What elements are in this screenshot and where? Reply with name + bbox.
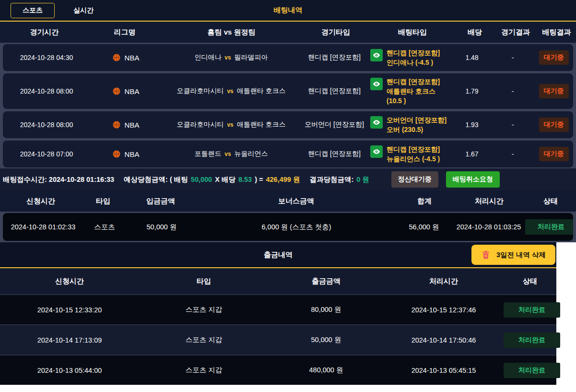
deposit-table-body: 2024-10-28 01:02:33 스포츠 50,000 원 6,000 원… — [0, 212, 576, 242]
bonus-amount: 6,000 원 (스포츠 첫충) — [198, 223, 395, 232]
receipt-time-label: 배팅접수시간: 2024-10-28 01:16:33 — [3, 175, 114, 184]
league-cell: NBA — [90, 87, 161, 95]
col-header-request-time: 신청시간 — [0, 197, 82, 206]
bet-type-cell: 핸디캡 [연장포함] 인디애나 (-4.5 ) — [367, 45, 453, 71]
bet-table-body: 2024-10-28 04:30 NBA 인디애나 vs 필라델피아 핸디캡 [… — [0, 43, 576, 168]
total-amount: 56,000 원 — [395, 223, 453, 232]
deposit-table-header: 신청시간 타입 입금금액 보너스금액 합계 처리시간 상태 — [0, 190, 576, 212]
settlement-pending-button[interactable]: 정산대기중 — [391, 171, 438, 188]
withdraw-status-badge: 처리완료 — [504, 333, 560, 348]
away-team: 뉴올리언스 — [235, 150, 268, 157]
basketball-icon — [112, 87, 121, 95]
game-time: 2024-10-28 08:00 — [3, 121, 90, 129]
basketball-icon — [112, 150, 121, 158]
col-header-game-result: 경기결과 — [494, 28, 537, 37]
vs-label: vs — [223, 151, 232, 157]
eye-icon[interactable] — [370, 145, 383, 158]
league-name: NBA — [125, 87, 140, 95]
delete-history-button[interactable]: 3일전 내역 삭제 — [471, 245, 555, 265]
game-time: 2024-10-28 08:00 — [3, 87, 90, 95]
col-header-deposit-amount: 입금금액 — [125, 197, 197, 206]
bet-type-cell: 오버언더 [연장포함] 오버 (230.5) — [367, 112, 453, 138]
teams-cell: 오클라호마시티 vs 애틀랜타 호크스 — [161, 120, 301, 129]
teams-cell: 포틀랜드 vs 뉴올리언스 — [161, 150, 301, 158]
withdraw-type: 스포츠 지갑 — [139, 366, 269, 375]
request-time: 2024-10-14 17:13:09 — [0, 336, 139, 344]
odds-value: 1.93 — [453, 121, 491, 129]
withdraw-table-header: 신청시간 타입 출금금액 처리시간 상태 — [0, 267, 556, 294]
bet-type-cell: 핸디캡 [연장포함] 애틀랜타 호크스 (10.5 ) — [367, 74, 453, 109]
processed-time: 2024-10-14 17:50:46 — [384, 336, 504, 344]
odds-value: 1.79 — [453, 87, 491, 95]
withdraw-amount: 50,000 원 — [269, 335, 384, 344]
eye-icon[interactable] — [370, 49, 383, 61]
col-header-status: 상태 — [525, 197, 576, 206]
bet-cancel-request-button[interactable]: 배팅취소요청 — [446, 171, 500, 188]
eye-icon[interactable] — [370, 78, 383, 90]
col-header-bonus: 보너스금액 — [197, 197, 396, 206]
withdraw-amount: 80,000 원 — [269, 305, 384, 314]
col-header-type: 타입 — [139, 277, 269, 286]
col-header-processed-time: 처리시간 — [453, 197, 525, 206]
game-time: 2024-10-28 04:30 — [3, 54, 90, 61]
result-win-group: 결과당첨금액: 0 원 — [309, 175, 369, 184]
bet-result-badge: 대기중 — [539, 50, 569, 65]
league-cell: NBA — [90, 120, 161, 129]
bet-row: 2024-10-28 07:00 NBA 포틀랜드 vs 뉴올리언스 핸디캡 [… — [3, 141, 573, 167]
bet-amount-value: 50,000 — [191, 176, 212, 183]
withdraw-section: 출금내역 3일전 내역 삭제 신청시간 타입 출금금액 처리시간 상태 2024… — [0, 242, 576, 392]
odds-value: 1.48 — [453, 54, 491, 61]
league-name: NBA — [125, 150, 140, 158]
result-win-value: 0 원 — [356, 175, 369, 184]
league-cell: NBA — [90, 53, 161, 62]
col-header-bet-result: 배팅결과 — [537, 28, 576, 37]
game-result: - — [491, 150, 534, 158]
withdraw-type: 스포츠 지갑 — [139, 305, 269, 314]
home-team: 인디애나 — [194, 53, 221, 61]
withdraw-type: 스포츠 지갑 — [139, 335, 269, 344]
tab-sports[interactable]: 스포츠 — [11, 3, 55, 18]
bet-type-cell: 핸디캡 [연장포함] 뉴올리언스 (-4.5 ) — [367, 142, 453, 167]
deposit-status-badge: 처리완료 — [525, 219, 573, 235]
tab-live[interactable]: 실시간 — [61, 3, 106, 18]
bet-row: 2024-10-28 08:00 NBA 오클라호마시티 vs 애틀랜타 호크스… — [3, 73, 573, 109]
game-type: 핸디캡 [연장포함] — [301, 150, 367, 158]
deposit-type: 스포츠 — [83, 223, 126, 232]
col-header-request-time: 신청시간 — [0, 277, 139, 286]
bet-row: 2024-10-28 08:00 NBA 오클라호마시티 vs 애틀랜타 호크스… — [3, 111, 573, 138]
teams-cell: 오클라호마시티 vs 애틀랜타 호크스 — [161, 87, 301, 95]
col-header-bet-type: 배팅타입 — [369, 28, 456, 37]
trash-icon — [481, 250, 491, 260]
tab-bar: 스포츠 실시간 배팅내역 — [0, 0, 576, 22]
league-name: NBA — [125, 121, 140, 129]
game-type: 핸디캡 [연장포함] — [301, 87, 367, 95]
col-header-withdraw-amount: 출금금액 — [269, 277, 384, 286]
betting-history-page: 스포츠 실시간 배팅내역 경기시간 리그명 홈팀 vs 원정팀 경기타입 배팅타… — [0, 0, 576, 392]
deposit-amount: 50,000 원 — [126, 223, 198, 232]
request-time: 2024-10-13 05:44:00 — [0, 367, 139, 374]
home-team: 포틀랜드 — [194, 150, 221, 157]
withdraw-row: 2024-10-13 05:44:00 스포츠 지갑 480,000 원 202… — [0, 355, 556, 385]
bet-row: 2024-10-28 04:30 NBA 인디애나 vs 필라델피아 핸디캡 [… — [3, 44, 573, 71]
game-time: 2024-10-28 07:00 — [3, 150, 90, 158]
bet-table-header: 경기시간 리그명 홈팀 vs 원정팀 경기타입 배팅타입 배당 경기결과 배팅결… — [0, 22, 576, 43]
vs-label: vs — [223, 54, 232, 61]
teams-cell: 인디애나 vs 필라델피아 — [161, 53, 301, 62]
request-time: 2024-10-28 01:02:33 — [3, 223, 83, 231]
away-team: 필라델피아 — [235, 53, 268, 61]
expected-win-group: 예상당첨금액: ( 배팅 50,000 X 배당 8.53 ) = 426,49… — [124, 175, 300, 184]
home-team: 오클라호마시티 — [176, 120, 223, 128]
away-team: 애틀랜타 호크스 — [237, 87, 286, 95]
bet-type-text: 핸디캡 [연장포함] 애틀랜타 호크스 (10.5 ) — [387, 77, 440, 106]
home-team: 오클라호마시티 — [176, 87, 223, 95]
bet-type-text: 핸디캡 [연장포함] 뉴올리언스 (-4.5 ) — [387, 144, 440, 164]
game-type: 핸디캡 [연장포함] — [301, 53, 367, 62]
eye-icon[interactable] — [370, 116, 383, 129]
game-result: - — [491, 87, 534, 95]
deposit-row: 2024-10-28 01:02:33 스포츠 50,000 원 6,000 원… — [3, 213, 573, 241]
withdraw-status-badge: 처리완료 — [504, 302, 560, 318]
processed-time: 2024-10-28 01:03:25 — [453, 223, 525, 231]
processed-time: 2024-10-13 05:45:15 — [384, 367, 504, 374]
total-odds-value: 8.53 — [238, 176, 252, 183]
col-header-status: 상태 — [504, 277, 556, 286]
